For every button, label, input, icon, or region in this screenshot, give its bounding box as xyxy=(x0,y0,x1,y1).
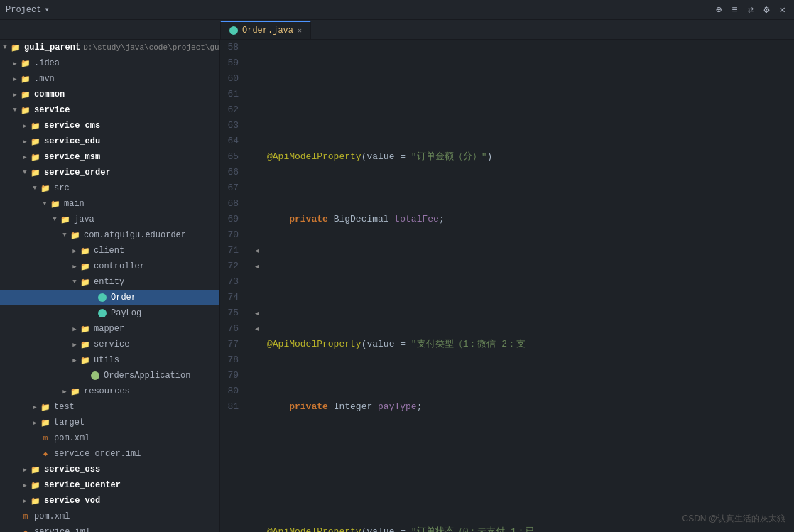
close-icon[interactable]: ✕ xyxy=(777,2,788,17)
add-icon[interactable]: ⊕ xyxy=(713,2,724,17)
sidebar-item-test[interactable]: 📁 test xyxy=(0,399,219,415)
sidebar-item-service-inner[interactable]: 📁 service xyxy=(0,337,219,352)
service-edu-arrow-icon xyxy=(20,138,30,146)
main-label: main xyxy=(64,199,85,209)
service-msm-arrow-icon xyxy=(20,153,30,161)
sidebar-item-service-ucenter[interactable]: 📁 service_ucenter xyxy=(0,477,219,493)
service-cms-arrow-icon xyxy=(20,122,30,130)
service-cms-folder-icon: 📁 xyxy=(30,120,41,131)
gutter-63 xyxy=(250,118,264,134)
java-arrow-icon xyxy=(50,216,60,223)
structure-icon[interactable]: ≡ xyxy=(729,3,740,17)
line-num-60: 60 xyxy=(220,71,244,87)
sidebar-item-order[interactable]: Order xyxy=(0,290,219,305)
code-content-area[interactable]: 58 59 60 61 62 63 64 65 66 67 68 69 70 7… xyxy=(220,40,794,532)
sidebar-item-mapper[interactable]: 📁 mapper xyxy=(0,321,219,337)
sidebar-item-service-order-iml[interactable]: ◆ service_order.iml xyxy=(0,446,219,462)
line-num-70: 70 xyxy=(220,227,244,243)
gutter-75: ◀ xyxy=(250,305,264,321)
common-folder-icon: 📁 xyxy=(20,89,31,100)
root-folder-icon: 📁 xyxy=(10,42,21,53)
client-arrow-icon xyxy=(70,247,80,255)
sidebar-item-service[interactable]: 📁 service xyxy=(0,102,219,118)
tab-order-java[interactable]: Order.java ✕ xyxy=(220,21,311,39)
src-folder-icon: 📁 xyxy=(40,183,51,194)
gutter-78 xyxy=(250,352,264,368)
line-num-79: 79 xyxy=(220,368,244,384)
project-menu[interactable]: Project ▾ xyxy=(6,4,50,15)
line-numbers: 58 59 60 61 62 63 64 65 66 67 68 69 70 7… xyxy=(220,40,250,532)
src-label: src xyxy=(54,183,70,193)
sidebar-item-resources[interactable]: 📁 resources xyxy=(0,384,219,399)
service-arrow-icon xyxy=(10,107,20,114)
code-line-64 xyxy=(264,462,794,477)
sidebar-item-java[interactable]: 📁 java xyxy=(0,212,219,227)
root-pom-label: pom.xml xyxy=(34,511,70,521)
dropdown-arrow-icon[interactable]: ▾ xyxy=(44,4,49,15)
test-arrow-icon xyxy=(30,403,40,411)
gutter-64 xyxy=(250,134,264,149)
sidebar-item-service-vod[interactable]: 📁 service_vod xyxy=(0,493,219,509)
annotation-59: @ApiModelProperty xyxy=(267,149,361,165)
orders-app-class-icon xyxy=(89,370,101,381)
tab-label: Order.java xyxy=(242,26,293,36)
sidebar-root[interactable]: 📁 guli_parent D:\study\java\code\project… xyxy=(0,40,219,55)
sidebar-item-idea[interactable]: 📁 .idea xyxy=(0,55,219,71)
client-label: client xyxy=(94,246,124,256)
sidebar-item-src[interactable]: 📁 src xyxy=(0,180,219,196)
service-order-label: service_order xyxy=(44,168,111,178)
line-num-61: 61 xyxy=(220,87,244,102)
gutter-68 xyxy=(250,196,264,212)
service-vod-arrow-icon xyxy=(20,497,30,505)
pom-xml-label: pom.xml xyxy=(54,433,89,443)
sidebar-item-common[interactable]: 📁 common xyxy=(0,87,219,102)
sidebar-item-mvn[interactable]: 📁 .mvn xyxy=(0,71,219,87)
sidebar-item-orders-app[interactable]: OrdersApplication xyxy=(0,368,219,384)
gutter-81 xyxy=(250,399,264,415)
sidebar-item-service-iml[interactable]: ◆ service.iml xyxy=(0,524,219,532)
service-iml-icon: ◆ xyxy=(20,526,31,532)
sidebar-item-entity[interactable]: 📁 entity xyxy=(0,274,219,290)
sidebar-item-utils[interactable]: 📁 utils xyxy=(0,352,219,368)
line-num-59: 59 xyxy=(220,55,244,71)
code-line-58 xyxy=(264,87,794,102)
sidebar-item-client[interactable]: 📁 client xyxy=(0,243,219,259)
service-oss-arrow-icon xyxy=(20,466,30,474)
sidebar-item-target[interactable]: 📁 target xyxy=(0,415,219,430)
project-label: Project xyxy=(6,5,41,15)
sidebar-item-service-edu[interactable]: 📁 service_edu xyxy=(0,134,219,149)
test-label: test xyxy=(54,402,75,412)
order-label: Order xyxy=(111,293,136,303)
gutter-65 xyxy=(250,149,264,165)
sidebar-item-service-oss[interactable]: 📁 service_oss xyxy=(0,462,219,477)
service-folder-icon: 📁 xyxy=(20,104,31,116)
tab-close-icon[interactable]: ✕ xyxy=(298,26,302,35)
pom-xml-icon: m xyxy=(40,433,51,444)
line-num-63: 63 xyxy=(220,118,244,134)
sidebar-item-service-order[interactable]: 📁 service_order xyxy=(0,165,219,180)
sidebar-item-package[interactable]: 📁 com.atguigu.eduorder xyxy=(0,227,219,243)
toolbar-icons: ⊕ ≡ ⇄ ⚙ ✕ xyxy=(713,2,788,17)
sidebar-item-root-pom[interactable]: m pom.xml xyxy=(0,509,219,524)
sidebar-item-service-cms[interactable]: 📁 service_cms xyxy=(0,118,219,134)
transfer-icon[interactable]: ⇄ xyxy=(745,2,756,17)
sidebar-item-paylog[interactable]: PayLog xyxy=(0,305,219,321)
java-file-icon xyxy=(229,26,238,35)
settings-icon[interactable]: ⚙ xyxy=(761,2,772,17)
paylog-label: PayLog xyxy=(111,308,141,318)
gutter-58 xyxy=(250,40,264,55)
service-iml-label: service.iml xyxy=(34,527,90,532)
sidebar-item-main[interactable]: 📁 main xyxy=(0,196,219,212)
line-num-80: 80 xyxy=(220,384,244,399)
code-line-60: private BigDecimal totalFee; xyxy=(264,212,794,227)
sidebar-item-controller[interactable]: 📁 controller xyxy=(0,259,219,274)
sidebar-item-pom-xml[interactable]: m pom.xml xyxy=(0,430,219,446)
sidebar-item-service-msm[interactable]: 📁 service_msm xyxy=(0,149,219,165)
gutter-59 xyxy=(250,55,264,71)
service-msm-folder-icon: 📁 xyxy=(30,151,41,163)
service-cms-label: service_cms xyxy=(44,121,100,131)
utils-arrow-icon xyxy=(70,357,80,364)
line-num-65: 65 xyxy=(220,149,244,165)
line-num-64: 64 xyxy=(220,134,244,149)
code-line-65: @ApiModelProperty(value = "订单状态（0：未支付 1：… xyxy=(264,524,794,532)
